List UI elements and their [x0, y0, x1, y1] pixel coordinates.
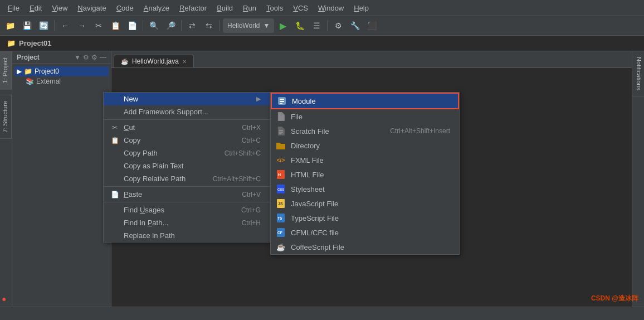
ctx-find-path[interactable]: Find in Path... Ctrl+H — [104, 216, 270, 229]
open-button[interactable]: 📁 — [2, 18, 18, 33]
ctx-copy[interactable]: 📋 Copy Ctrl+C — [104, 134, 270, 147]
watermark: CSDN @造冰阵 — [591, 294, 638, 303]
submenu-scratch[interactable]: Scratch File Ctrl+Alt+Shift+Insert — [271, 124, 459, 138]
menu-window[interactable]: Window — [314, 2, 348, 14]
ctx-new[interactable]: New ▶ — [104, 93, 270, 105]
sync-button[interactable]: 🔄 — [36, 18, 51, 33]
copy-button[interactable]: 📋 — [108, 18, 123, 33]
submenu-ts[interactable]: TS TypeScript File — [271, 211, 459, 225]
replace-button[interactable]: 🔎 — [163, 18, 178, 33]
panel-icon-hide[interactable]: — — [100, 54, 106, 61]
back-button[interactable]: ← — [57, 18, 73, 33]
ctx-add-framework[interactable]: Add Framework Support... — [104, 105, 270, 118]
nav-button[interactable]: ⇄ — [184, 18, 200, 33]
submenu-directory-label: Directory — [291, 142, 320, 150]
submenu-coffee[interactable]: ☕ CoffeeScript File — [271, 240, 459, 254]
svg-rect-3 — [280, 103, 282, 104]
menu-file[interactable]: File — [3, 2, 24, 14]
svg-rect-1 — [280, 99, 284, 100]
run-button[interactable]: ▶ — [275, 18, 291, 33]
paste-button[interactable]: 📄 — [124, 18, 140, 33]
submenu-scratch-left: Scratch File — [275, 127, 329, 135]
tabbar: ☕ HelloWorld.java ✕ — [111, 51, 632, 68]
cut-button[interactable]: ✂ — [91, 18, 106, 33]
submenu-coffee-label: CoffeeScript File — [291, 243, 344, 251]
ctx-paste-icon: 📄 — [110, 191, 119, 198]
settings-button[interactable]: ⚙ — [330, 18, 346, 33]
ctx-copy-relative-label: Copy Relative Path — [124, 174, 186, 183]
menu-view[interactable]: View — [47, 2, 72, 14]
right-tab[interactable]: Notifications — [632, 51, 644, 96]
submenu-css[interactable]: CSS Stylesheet — [271, 182, 459, 196]
submenu-js[interactable]: JS JavaScript File — [271, 196, 459, 211]
bookmark-icon[interactable]: ● — [0, 291, 12, 307]
submenu-file-label: File — [291, 113, 303, 121]
submenu-directory[interactable]: Directory — [271, 138, 459, 153]
menu-refactor[interactable]: Refactor — [175, 2, 211, 14]
tree-root[interactable]: ▶ 📁 Project0 — [14, 66, 109, 76]
menu-edit[interactable]: Edit — [25, 2, 46, 14]
submenu-fxml[interactable]: </> FXML File — [271, 153, 459, 167]
submenu-js-left: JS JavaScript File — [275, 199, 338, 208]
ctx-replace-path[interactable]: Replace in Path — [104, 229, 270, 242]
svg-rect-2 — [280, 101, 284, 102]
menu-run[interactable]: Run — [238, 2, 261, 14]
submenu-html[interactable]: H HTML File — [271, 167, 459, 182]
ctx-copy-plaintext[interactable]: Copy as Plain Text — [104, 159, 270, 172]
ctx-find-usages[interactable]: Find Usages Ctrl+G — [104, 203, 270, 216]
svg-text:H: H — [278, 173, 281, 177]
menu-help[interactable]: Help — [349, 2, 373, 14]
js-icon: JS — [275, 199, 286, 208]
menu-navigate[interactable]: Navigate — [73, 2, 110, 14]
scratch-icon — [275, 127, 286, 135]
menu-code[interactable]: Code — [112, 2, 138, 14]
toolbar-sep-2 — [143, 20, 143, 31]
tools2-button[interactable]: 🔧 — [347, 18, 363, 33]
submenu-module[interactable]: Module — [271, 93, 459, 109]
ctx-find-usages-left: Find Usages — [110, 206, 164, 214]
panel-icon-settings[interactable]: ⚙ — [91, 54, 97, 61]
tree-external[interactable]: 📚 External — [14, 76, 109, 86]
save-button[interactable]: 💾 — [19, 18, 35, 33]
more-button[interactable]: ⬛ — [364, 18, 379, 33]
submenu-cf[interactable]: CF CFML/CFC file — [271, 225, 459, 240]
ctx-cut-label: Cut — [124, 123, 135, 132]
ctx-paste[interactable]: 📄 Paste Ctrl+V — [104, 188, 270, 201]
submenu-ts-label: TypeScript File — [291, 214, 339, 222]
submenu-coffee-left: ☕ CoffeeScript File — [275, 243, 344, 251]
ctx-copy-path-label: Copy Path — [124, 149, 158, 157]
debug-button[interactable]: 🐛 — [292, 18, 308, 33]
panel-icon-gear[interactable]: ⚙ — [83, 54, 89, 61]
ctx-find-path-shortcut: Ctrl+H — [242, 219, 261, 227]
directory-icon — [275, 141, 286, 150]
ctx-copy-path-left: Copy Path — [110, 149, 158, 157]
submenu-ts-left: TS TypeScript File — [275, 214, 339, 222]
menu-vcs[interactable]: VCS — [289, 2, 313, 14]
menu-build[interactable]: Build — [212, 2, 237, 14]
ctx-copy-shortcut: Ctrl+C — [242, 137, 261, 144]
ctx-cut[interactable]: ✂ Cut Ctrl+X — [104, 121, 270, 134]
tree-root-label: Project0 — [35, 67, 59, 75]
toolbar-sep-3 — [181, 20, 182, 31]
context-menu: New ▶ Add Framework Support... ✂ Cut Ctr… — [103, 92, 270, 243]
menu-tools[interactable]: Tools — [262, 2, 287, 14]
submenu-file[interactable]: File — [271, 109, 459, 124]
statusbar — [0, 307, 644, 320]
ctx-copy-path[interactable]: Copy Path Ctrl+Shift+C — [104, 147, 270, 159]
run-config-selector[interactable]: HelloWorld ▼ — [223, 18, 274, 33]
tab-close-icon[interactable]: ✕ — [182, 59, 187, 65]
ctx-copy-relative[interactable]: Copy Relative Path Ctrl+Alt+Shift+C — [104, 172, 270, 185]
panel-header: Project ▼ ⚙ ⚙ — — [12, 51, 111, 64]
panel-icon-dropdown[interactable]: ▼ — [74, 54, 81, 61]
sidebar-tab-project[interactable]: 1: Project — [0, 51, 12, 89]
ctx-copy-plaintext-label: Copy as Plain Text — [124, 162, 183, 170]
svg-text:CSS: CSS — [277, 188, 284, 191]
coverage-button[interactable]: ☰ — [309, 18, 324, 33]
sidebar-tab-structure[interactable]: 7: Structure — [0, 95, 12, 139]
forward-button[interactable]: → — [74, 18, 90, 33]
menu-analyze[interactable]: Analyze — [139, 2, 174, 14]
search-button[interactable]: 🔍 — [146, 18, 162, 33]
nav2-button[interactable]: ⇆ — [201, 18, 217, 33]
project-tab[interactable]: 📁 Project01 — [0, 36, 644, 51]
tab-helloworld[interactable]: ☕ HelloWorld.java ✕ — [114, 55, 194, 67]
